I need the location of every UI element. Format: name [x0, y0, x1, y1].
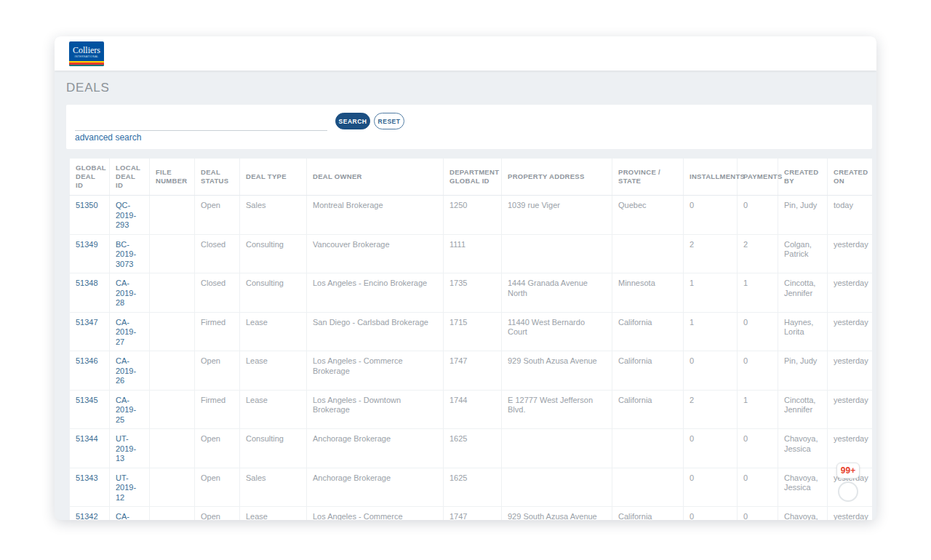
cell-global-deal-id[interactable]: 51349: [70, 234, 110, 273]
deals-table-panel: GLOBAL DEAL IDLOCAL DEAL IDFILE NUMBERDE…: [69, 159, 872, 520]
cell-deal-type: Lease: [240, 351, 307, 391]
cell-payments: 0: [738, 468, 778, 507]
local-deal-id-link[interactable]: CA-2019-24: [116, 512, 136, 520]
global-deal-id-link[interactable]: 51347: [76, 318, 98, 327]
reset-button[interactable]: RESET: [374, 113, 404, 129]
cell-payments: 0: [738, 312, 778, 351]
cell-file-number: [150, 390, 195, 429]
column-header-installments: INSTALLMENTS: [684, 159, 738, 196]
cell-created-on: today: [828, 196, 873, 235]
cell-property-address: 1039 rue Viger: [502, 196, 612, 235]
cell-deal-owner: Los Angeles - Encino Brokerage: [307, 273, 444, 313]
global-deal-id-link[interactable]: 51342: [76, 512, 98, 520]
colliers-logo[interactable]: Colliers INTERNATIONAL: [69, 41, 104, 66]
local-deal-id-link[interactable]: CA-2019-26: [116, 356, 136, 385]
cell-deal-status: Firmed: [195, 312, 240, 351]
global-deal-id-link[interactable]: 51346: [76, 356, 98, 365]
table-row: 51346CA-2019-26OpenLeaseLos Angeles - Co…: [70, 351, 873, 391]
cell-global-deal-id[interactable]: 51347: [70, 312, 110, 351]
cell-deal-status: Closed: [195, 273, 240, 313]
cell-property-address: E 12777 West Jefferson Blvd.: [502, 390, 612, 429]
cell-department-global-id: 1111: [444, 234, 502, 273]
column-header-deal-type: DEAL TYPE: [240, 159, 307, 196]
cell-created-by: Pin, Judy: [778, 196, 828, 235]
column-header-local-deal-id: LOCAL DEAL ID: [110, 159, 150, 196]
cell-local-deal-id[interactable]: CA-2019-24: [110, 507, 150, 521]
global-deal-id-link[interactable]: 51350: [76, 201, 98, 209]
table-row: 51349BC-2019-3073ClosedConsultingVancouv…: [70, 234, 873, 273]
table-header-row: GLOBAL DEAL IDLOCAL DEAL IDFILE NUMBERDE…: [70, 159, 873, 196]
cell-province-state: [612, 429, 684, 468]
cell-department-global-id: 1625: [444, 468, 502, 507]
column-header-file-number: FILE NUMBER: [150, 159, 195, 196]
cell-property-address: [502, 234, 612, 273]
cell-province-state: California: [612, 351, 684, 391]
local-deal-id-link[interactable]: CA-2019-28: [116, 279, 136, 307]
deals-table: GLOBAL DEAL IDLOCAL DEAL IDFILE NUMBERDE…: [69, 159, 872, 520]
cell-global-deal-id[interactable]: 51350: [70, 196, 110, 235]
search-button[interactable]: SEARCH: [335, 113, 370, 129]
local-deal-id-link[interactable]: BC-2019-3073: [116, 240, 136, 268]
cell-province-state: Quebec: [612, 196, 684, 235]
cell-local-deal-id[interactable]: CA-2019-26: [110, 351, 150, 391]
cell-created-by: Chavoya, Jessica: [778, 507, 828, 521]
cell-created-on: yesterday: [828, 351, 873, 391]
cell-local-deal-id[interactable]: QC-2019-293: [110, 196, 150, 235]
cell-province-state: [612, 234, 684, 273]
cell-created-on: yesterday: [828, 429, 873, 468]
top-navigation-bar: Colliers INTERNATIONAL: [55, 36, 876, 71]
global-deal-id-link[interactable]: 51345: [76, 396, 98, 404]
global-deal-id-link[interactable]: 51344: [76, 434, 98, 443]
global-deal-id-link[interactable]: 51348: [76, 279, 98, 287]
cell-local-deal-id[interactable]: UT-2019-12: [110, 468, 150, 507]
cell-local-deal-id[interactable]: CA-2019-27: [110, 312, 150, 351]
local-deal-id-link[interactable]: CA-2019-25: [116, 396, 136, 424]
cell-department-global-id: 1250: [444, 196, 502, 235]
cell-local-deal-id[interactable]: UT-2019-13: [110, 429, 150, 468]
chat-widget-button[interactable]: [838, 481, 858, 502]
cell-global-deal-id[interactable]: 51345: [70, 390, 110, 429]
table-row: 51347CA-2019-27FirmedLeaseSan Diego - Ca…: [70, 312, 873, 351]
cell-global-deal-id[interactable]: 51342: [70, 507, 110, 521]
logo-sub-text: INTERNATIONAL: [75, 55, 99, 59]
cell-global-deal-id[interactable]: 51344: [70, 429, 110, 468]
cell-department-global-id: 1744: [444, 390, 502, 429]
cell-local-deal-id[interactable]: BC-2019-3073: [110, 234, 150, 273]
global-deal-id-link[interactable]: 51343: [76, 473, 98, 482]
cell-payments: 2: [738, 234, 778, 273]
notification-badge[interactable]: 99+: [836, 463, 860, 479]
table-row: 51348CA-2019-28ClosedConsultingLos Angel…: [70, 273, 873, 313]
cell-deal-type: Lease: [240, 390, 307, 429]
cell-created-by: Cincotta, Jennifer: [778, 390, 828, 429]
cell-deal-owner: Los Angeles - Downtown Brokerage: [307, 390, 444, 429]
cell-created-by: Colgan, Patrick: [778, 234, 828, 273]
cell-deal-status: Open: [195, 429, 240, 468]
advanced-search-link[interactable]: advanced search: [75, 132, 141, 143]
cell-local-deal-id[interactable]: CA-2019-25: [110, 390, 150, 429]
cell-deal-owner: Los Angeles - Commerce Brokerage: [307, 351, 444, 391]
logo-stripes: [69, 61, 104, 67]
cell-deal-owner: San Diego - Carlsbad Brokerage: [307, 312, 444, 351]
local-deal-id-link[interactable]: UT-2019-12: [116, 473, 136, 502]
table-row: 51342CA-2019-24OpenLeaseLos Angeles - Co…: [70, 507, 873, 521]
cell-property-address: 11440 West Bernardo Court: [502, 312, 612, 351]
cell-deal-owner: Montreal Brokerage: [307, 196, 444, 235]
cell-deal-type: Lease: [240, 507, 307, 521]
cell-created-by: Pin, Judy: [778, 351, 828, 391]
cell-global-deal-id[interactable]: 51343: [70, 468, 110, 507]
global-deal-id-link[interactable]: 51349: [76, 240, 98, 249]
cell-global-deal-id[interactable]: 51346: [70, 351, 110, 391]
cell-installments: 1: [684, 273, 738, 313]
local-deal-id-link[interactable]: QC-2019-293: [116, 201, 136, 229]
column-header-deal-status: DEAL STATUS: [195, 159, 240, 196]
cell-local-deal-id[interactable]: CA-2019-28: [110, 273, 150, 313]
search-input[interactable]: [75, 115, 327, 131]
cell-province-state: California: [612, 507, 684, 521]
local-deal-id-link[interactable]: CA-2019-27: [116, 318, 136, 346]
cell-file-number: [150, 196, 195, 235]
local-deal-id-link[interactable]: UT-2019-13: [116, 434, 136, 463]
cell-department-global-id: 1625: [444, 429, 502, 468]
cell-created-on: yesterday: [828, 273, 873, 313]
cell-created-by: Cincotta, Jennifer: [778, 273, 828, 313]
cell-global-deal-id[interactable]: 51348: [70, 273, 110, 313]
